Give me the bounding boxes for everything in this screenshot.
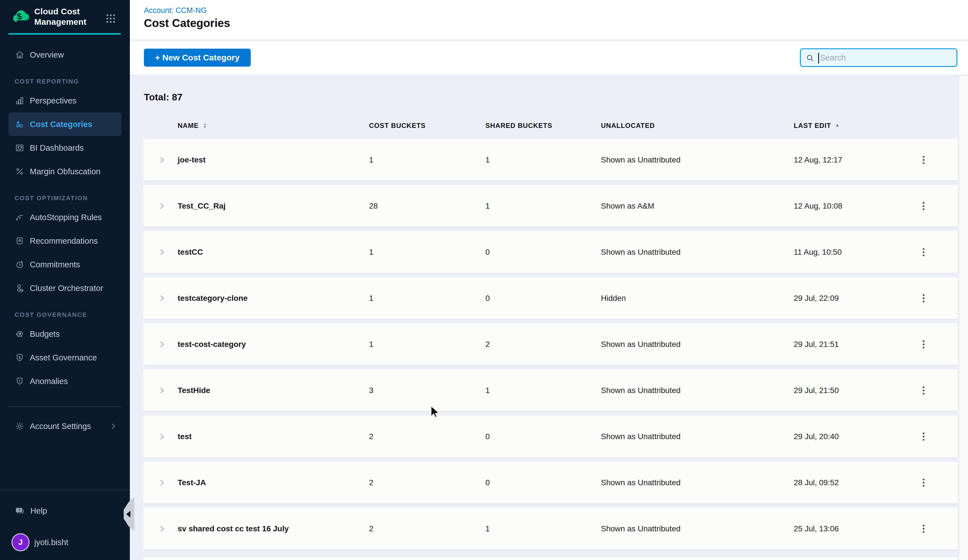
row-menu-kebab-icon[interactable] bbox=[918, 430, 929, 443]
table-row[interactable]: joe-test11Shown as Unattributed12 Aug, 1… bbox=[143, 139, 958, 181]
expand-chevron-icon[interactable] bbox=[157, 478, 166, 487]
shield-alert-icon bbox=[15, 376, 25, 386]
breadcrumb[interactable]: Account: CCM-NG bbox=[144, 6, 207, 15]
sidebar-item-bi-dashboards[interactable]: BI Dashboards bbox=[8, 136, 121, 160]
sidebar-item-label: AutoStopping Rules bbox=[30, 213, 102, 222]
hexagon-cluster-icon bbox=[15, 283, 25, 293]
cell-unallocated: Hidden bbox=[601, 294, 626, 303]
sidebar-section-header: COST OPTIMIZATION bbox=[0, 194, 130, 202]
table-row[interactable]: Test-JA20Shown as Unattributed28 Jul, 09… bbox=[143, 462, 958, 504]
sidebar-item-perspectives[interactable]: Perspectives bbox=[8, 89, 121, 113]
sidebar-item-anomalies[interactable]: Anomalies bbox=[8, 369, 121, 393]
cell-last-edit: 12 Aug, 10:08 bbox=[794, 202, 842, 210]
cell-shared-buckets: 0 bbox=[486, 432, 490, 441]
sidebar-item-label: Recommendations bbox=[30, 237, 98, 246]
expand-chevron-icon[interactable] bbox=[157, 386, 166, 395]
sidebar-item-help[interactable]: ? Help bbox=[8, 499, 121, 523]
mouse-cursor bbox=[429, 405, 442, 418]
sidebar-item-label: Budgets bbox=[30, 330, 60, 339]
sidebar-item-budgets[interactable]: Budgets bbox=[8, 322, 121, 346]
cell-last-edit: 29 Jul, 21:50 bbox=[794, 386, 839, 395]
brand-accent-rule bbox=[8, 33, 121, 35]
expand-chevron-icon[interactable] bbox=[157, 156, 166, 164]
cell-cost-buckets: 3 bbox=[369, 386, 373, 395]
sidebar-item-label: Asset Governance bbox=[30, 353, 97, 362]
brand-header: $ Cloud Cost Management bbox=[0, 0, 130, 35]
cell-last-edit: 29 Jul, 22:09 bbox=[794, 294, 839, 303]
sidebar-item-label: Margin Obfuscation bbox=[30, 167, 100, 176]
shapes-icon bbox=[15, 119, 25, 129]
expand-chevron-icon[interactable] bbox=[157, 432, 166, 441]
expand-chevron-icon[interactable] bbox=[157, 340, 166, 349]
sidebar-item-asset-governance[interactable]: $Asset Governance bbox=[8, 346, 121, 369]
cell-shared-buckets: 2 bbox=[486, 340, 490, 349]
cell-unallocated: Shown as Unattributed bbox=[601, 156, 680, 164]
search-input[interactable] bbox=[820, 49, 952, 66]
sidebar-item-overview[interactable]: Overview bbox=[8, 43, 121, 66]
table-row-partial[interactable] bbox=[143, 557, 958, 560]
cell-shared-buckets: 0 bbox=[486, 248, 490, 257]
sidebar-item-account-settings[interactable]: Account Settings bbox=[8, 414, 121, 438]
expand-chevron-icon[interactable] bbox=[157, 202, 166, 210]
cell-shared-buckets: 1 bbox=[486, 156, 490, 164]
sidebar-item-label: Account Settings bbox=[30, 422, 91, 431]
row-menu-kebab-icon[interactable] bbox=[918, 153, 929, 167]
svg-text:?: ? bbox=[18, 508, 20, 512]
sidebar-item-label: BI Dashboards bbox=[30, 143, 84, 152]
main-area: Account: CCM-NG Cost Categories + New Co… bbox=[130, 0, 968, 560]
row-menu-kebab-icon[interactable] bbox=[918, 199, 929, 213]
recommendation-badge-icon bbox=[15, 236, 25, 246]
expand-chevron-icon[interactable] bbox=[157, 294, 166, 303]
table-body: joe-test11Shown as Unattributed12 Aug, 1… bbox=[130, 76, 968, 560]
cell-unallocated: Shown as A&M bbox=[601, 202, 654, 210]
row-menu-kebab-icon[interactable] bbox=[918, 476, 929, 489]
chevron-right-icon bbox=[109, 422, 118, 431]
new-cost-category-button[interactable]: + New Cost Category bbox=[144, 49, 251, 66]
cell-unallocated: Shown as Unattributed bbox=[601, 524, 680, 533]
cell-last-edit: 11 Aug, 10:50 bbox=[794, 248, 842, 257]
row-menu-kebab-icon[interactable] bbox=[918, 292, 929, 305]
percent-icon bbox=[15, 166, 25, 177]
table-row[interactable]: TestHide31Shown as Unattributed29 Jul, 2… bbox=[143, 369, 958, 412]
sidebar-item-margin-obfuscation[interactable]: Margin Obfuscation bbox=[8, 160, 121, 183]
cell-shared-buckets: 0 bbox=[486, 294, 490, 303]
table-row[interactable]: testCC10Shown as Unattributed11 Aug, 10:… bbox=[143, 231, 958, 273]
cell-name: test-cost-category bbox=[177, 340, 246, 349]
row-menu-kebab-icon[interactable] bbox=[918, 245, 929, 259]
sidebar-item-cost-categories[interactable]: Cost Categories bbox=[8, 113, 121, 136]
home-icon bbox=[15, 50, 25, 60]
piggy-bank-icon bbox=[15, 329, 25, 339]
row-menu-kebab-icon[interactable] bbox=[918, 338, 929, 351]
sidebar-item-recommendations[interactable]: Recommendations bbox=[8, 229, 121, 253]
expand-chevron-icon[interactable] bbox=[157, 248, 166, 257]
svg-text:$: $ bbox=[18, 355, 21, 360]
cell-unallocated: Shown as Unattributed bbox=[601, 386, 680, 395]
sidebar-item-commitments[interactable]: Commitments bbox=[8, 253, 121, 276]
page-header: Account: CCM-NG Cost Categories bbox=[130, 0, 968, 40]
cell-last-edit: 29 Jul, 21:51 bbox=[794, 340, 839, 349]
row-menu-kebab-icon[interactable] bbox=[918, 384, 929, 397]
cell-cost-buckets: 2 bbox=[369, 524, 373, 533]
sidebar-item-label: Anomalies bbox=[30, 377, 68, 386]
toolbar: + New Cost Category bbox=[130, 41, 968, 75]
sidebar-item-label: Cost Categories bbox=[30, 120, 92, 129]
sidebar-item-cluster-orchestrator[interactable]: Cluster Orchestrator bbox=[8, 276, 121, 300]
cell-shared-buckets: 1 bbox=[486, 202, 490, 210]
cell-last-edit: 25 Jul, 13:06 bbox=[794, 524, 839, 533]
table-row[interactable]: test-cost-category12Shown as Unattribute… bbox=[143, 323, 958, 366]
cell-name: TestHide bbox=[177, 386, 210, 395]
expand-chevron-icon[interactable] bbox=[157, 524, 166, 533]
table-row[interactable]: Test_CC_Raj281Shown as A&M12 Aug, 10:08 bbox=[143, 185, 958, 227]
autostopping-icon bbox=[15, 212, 25, 222]
cell-cost-buckets: 1 bbox=[369, 340, 373, 349]
table-row[interactable]: test20Shown as Unattributed29 Jul, 20:40 bbox=[143, 416, 958, 458]
row-menu-kebab-icon[interactable] bbox=[918, 522, 929, 535]
sidebar-item-autostopping-rules[interactable]: AutoStopping Rules bbox=[8, 205, 121, 229]
avatar: J bbox=[12, 534, 29, 550]
app-grid-icon[interactable] bbox=[104, 12, 117, 25]
cell-last-edit: 12 Aug, 12:17 bbox=[794, 156, 842, 164]
user-menu[interactable]: J jyoti.bisht bbox=[8, 530, 121, 554]
table-row[interactable]: sv shared cost cc test 16 July21Shown as… bbox=[143, 508, 958, 550]
table-row[interactable]: testcategory-clone10Hidden29 Jul, 22:09 bbox=[143, 277, 958, 320]
dashboard-image-icon bbox=[15, 143, 25, 153]
